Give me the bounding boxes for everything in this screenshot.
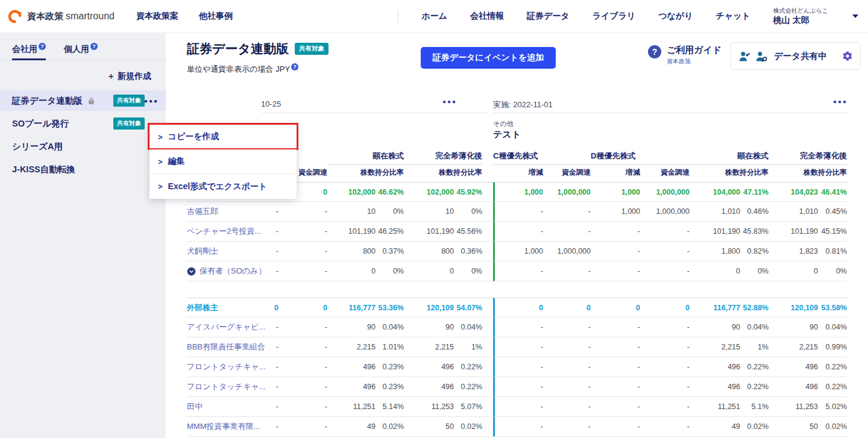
tab-company-use[interactable]: 会社用? xyxy=(12,43,46,60)
sidebar-item-series-a[interactable]: シリーズA用 xyxy=(0,136,166,157)
value-cell: 11,251 xyxy=(690,397,740,417)
menu-item-create-copy[interactable]: > コピーを作成 xyxy=(149,125,297,149)
add-event-button[interactable]: 証券データにイベントを追加 xyxy=(421,47,556,69)
value-cell: 0% xyxy=(454,261,482,281)
value-cell: 0.99% xyxy=(818,337,847,357)
shareholder-name[interactable]: BBB有限責任事業組合 xyxy=(187,337,262,357)
nav-item-securities-data[interactable]: 証券データ xyxy=(527,11,570,22)
event1-ellipsis-icon[interactable]: ●●● xyxy=(442,98,457,105)
value-cell: 45.83% xyxy=(740,222,769,242)
value-cell: 1,000,000 xyxy=(543,242,591,261)
value-cell: 49 xyxy=(690,417,740,437)
data-sharing-button[interactable]: データ共有中 xyxy=(731,42,861,70)
value-cell: 52.88% xyxy=(740,298,769,318)
group-gap xyxy=(482,397,493,417)
nav-item-company-info[interactable]: 会社情報 xyxy=(470,11,504,22)
value-cell: 800 xyxy=(327,242,376,261)
usage-guide-link[interactable]: ? ご利用ガイド 資本政策 xyxy=(648,45,722,66)
value-cell: 1.01% xyxy=(376,337,404,357)
value-cell: 496 xyxy=(690,357,740,377)
value-cell: 0.22% xyxy=(740,357,769,377)
group-gap xyxy=(482,261,493,281)
value-cell: - xyxy=(278,261,327,281)
help-icon[interactable]: ? xyxy=(90,43,98,50)
value-cell: 0.22% xyxy=(454,357,482,377)
sidebar-item-so-pool[interactable]: SOプール発行 共有対象 xyxy=(0,113,166,134)
shareholder-name[interactable]: フロントタッチキャ... xyxy=(187,377,262,397)
sidebar-tabs: 会社用? 個人用? xyxy=(0,33,166,61)
value-cell: 50 xyxy=(769,417,818,437)
value-cell: 54.07% xyxy=(454,298,482,318)
nav-item-home[interactable]: ホーム xyxy=(421,11,447,22)
shareholder-name[interactable]: 保有者（SOのみ） xyxy=(187,261,262,281)
value-cell: 1,000 xyxy=(493,182,543,202)
value-cell: - xyxy=(591,242,640,261)
ellipsis-menu-icon[interactable]: ●●● xyxy=(144,98,159,104)
logo-text-en: smartround xyxy=(66,11,115,22)
user-menu[interactable]: 株式会社どんぶらこ 桃山 太郎 xyxy=(773,7,858,25)
value-cell: 0 xyxy=(543,298,591,318)
app-logo[interactable]: 資本政策 smartround xyxy=(8,9,115,23)
guide-subtitle: 資本政策 xyxy=(667,57,722,66)
sidebar-item-securities-linked[interactable]: 証券データ連動版 共有対象 ●●● xyxy=(0,90,166,111)
value-cell: - xyxy=(493,417,543,437)
shareholder-name[interactable]: 外部株主 xyxy=(187,298,262,318)
chevron-down-icon[interactable] xyxy=(852,14,858,18)
event2-ellipsis-icon[interactable]: ●●● xyxy=(833,98,848,105)
sidebar-item-jkiss[interactable]: J-KISS自動転換 xyxy=(0,159,166,180)
value-cell: 0% xyxy=(376,261,404,281)
value-cell: 5.1% xyxy=(740,397,769,417)
tab-personal-use[interactable]: 個人用? xyxy=(64,43,98,60)
nav-item-capital-policy-plans[interactable]: 資本政策案 xyxy=(136,11,178,22)
value-cell: - xyxy=(640,417,690,437)
nav-item-library[interactable]: ライブラリ xyxy=(593,11,636,22)
context-menu: > コピーを作成 > 編集 > Excel形式でエクスポート xyxy=(149,125,297,199)
nav-item-chat[interactable]: チャット xyxy=(716,11,750,22)
value-cell: 11,253 xyxy=(404,397,454,417)
shareholder-name[interactable]: フロントタッチキャ... xyxy=(187,357,262,377)
value-cell: 1% xyxy=(740,337,769,357)
shareholder-name[interactable]: 田中 xyxy=(187,397,262,417)
value-cell: - xyxy=(591,417,640,437)
value-cell: 0.46% xyxy=(740,202,769,222)
chevron-right-icon: > xyxy=(158,182,163,191)
value-cell: 104,000 xyxy=(690,182,740,202)
nav-item-connections[interactable]: つながり xyxy=(658,11,693,22)
spacer xyxy=(482,151,493,165)
value-cell: 49 xyxy=(327,417,376,437)
value-cell: - xyxy=(262,318,278,337)
person-link-icon xyxy=(755,50,768,63)
value-cell: 0% xyxy=(818,261,847,281)
value-cell: 0.22% xyxy=(818,377,847,397)
value-cell: 0.22% xyxy=(740,377,769,397)
menu-item-export-excel[interactable]: > Excel形式でエクスポート xyxy=(149,174,297,199)
help-icon[interactable]: ? xyxy=(291,63,298,70)
table-row: 保有者（SOのみ）--00%00%----00%00% xyxy=(187,261,847,281)
gear-icon[interactable] xyxy=(842,51,853,61)
group-gap xyxy=(482,318,493,337)
sidebar-item-label: シリーズA用 xyxy=(12,141,63,152)
nav-item-other-company-examples[interactable]: 他社事例 xyxy=(199,11,233,22)
menu-item-edit[interactable]: > 編集 xyxy=(149,149,297,174)
subheader: 増減 xyxy=(493,165,543,182)
group-header: 完全希薄化後 xyxy=(769,151,847,165)
value-cell: 90 xyxy=(690,318,740,337)
shareholder-name[interactable]: 犬飼剛士 xyxy=(187,242,262,261)
shareholder-name[interactable]: 吉備五郎 xyxy=(187,202,262,222)
value-cell: 0% xyxy=(376,202,404,222)
table-row: フロントタッチキャ...--4960.23%4960.22%----4960.2… xyxy=(187,377,847,397)
value-cell: 0.37% xyxy=(376,242,404,261)
person-check-icon xyxy=(738,50,751,63)
shareholder-name[interactable]: MMM投資事業有限... xyxy=(187,417,262,437)
help-icon[interactable]: ? xyxy=(39,43,46,50)
value-cell: 0 xyxy=(769,261,818,281)
shareholder-name[interactable]: アイスバーグキャピ... xyxy=(187,318,262,337)
main-header: 証券データ連動版 共有対象 単位や通貨非表示の場合 JPY? 証券データにイベン… xyxy=(166,33,868,96)
shareholder-name[interactable]: ベンチャー2号投資... xyxy=(187,222,262,242)
value-cell: 116,777 xyxy=(690,298,740,318)
value-cell: - xyxy=(278,318,327,337)
chevron-down-circle-icon[interactable] xyxy=(187,267,196,276)
value-cell: - xyxy=(493,377,543,397)
value-cell: 496 xyxy=(327,357,376,377)
new-plan-button[interactable]: ＋ 新規作成 xyxy=(107,71,151,82)
